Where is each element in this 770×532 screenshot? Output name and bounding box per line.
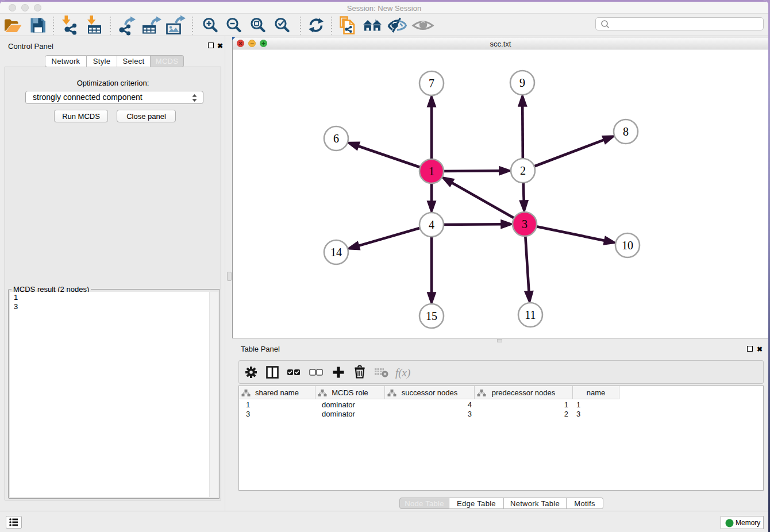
svg-text:3: 3 bbox=[522, 218, 528, 230]
svg-text:10: 10 bbox=[622, 239, 633, 252]
svg-text:9: 9 bbox=[519, 76, 525, 89]
svg-text:1: 1 bbox=[429, 165, 434, 178]
svg-text:6: 6 bbox=[333, 132, 339, 145]
svg-text:4: 4 bbox=[429, 218, 434, 231]
svg-text:14: 14 bbox=[330, 246, 342, 259]
svg-text:11: 11 bbox=[525, 309, 536, 321]
svg-text:2: 2 bbox=[520, 164, 526, 177]
svg-text:8: 8 bbox=[623, 125, 629, 138]
svg-text:f(x): f(x) bbox=[395, 367, 410, 379]
svg-text:7: 7 bbox=[429, 77, 434, 90]
svg-text:15: 15 bbox=[426, 310, 437, 322]
